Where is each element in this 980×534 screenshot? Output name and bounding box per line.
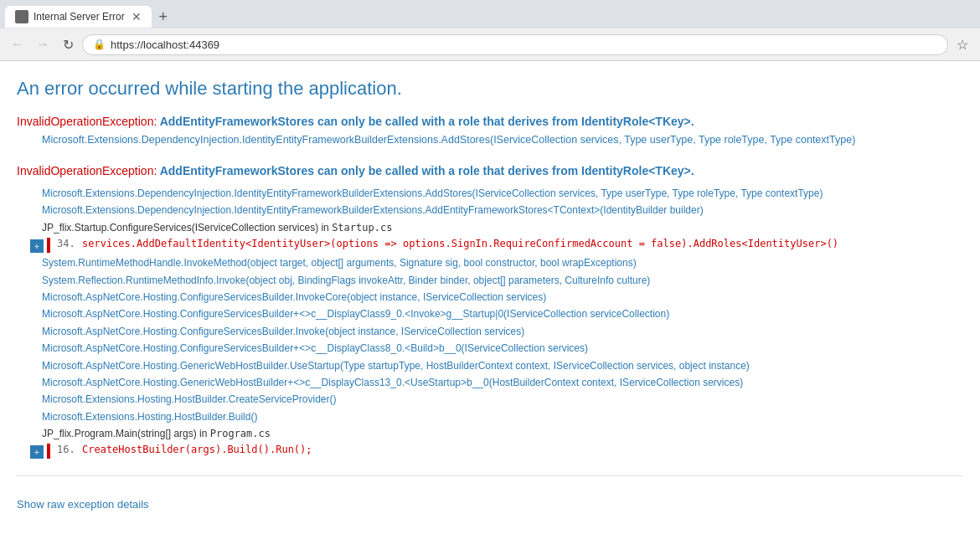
error-title-1: InvalidOperationException: AddEntityFram… — [17, 113, 963, 131]
exception-msg-1: AddEntityFrameworkStores can only be cal… — [157, 115, 694, 128]
main-heading: An error occurred while starting the app… — [17, 78, 963, 100]
bottom-bar: Show raw exception details — [17, 475, 963, 517]
address-bar[interactable]: 🔒 https://localhost:44369 — [82, 34, 948, 55]
code-block-line-34: + 34. services.AddDefaultIdentity<Identi… — [17, 238, 963, 253]
code-block-line-16: + 16. CreateHostBuilder(args).Build().Ru… — [17, 444, 963, 459]
tab-close-button[interactable]: ✕ — [125, 10, 142, 23]
stack-line-2-11: Microsoft.AspNetCore.Hosting.GenericWebH… — [17, 374, 963, 391]
show-raw-link[interactable]: Show raw exception details — [17, 491, 149, 517]
stack-line-2-5: System.Reflection.RuntimeMethodInfo.Invo… — [17, 272, 963, 289]
code-content-34: services.AddDefaultIdentity<IdentityUser… — [82, 238, 838, 249]
code-bar-16 — [47, 444, 50, 459]
stack-line-2-3: JP_flix.Startup.ConfigureServices(IServi… — [17, 219, 963, 236]
stack-line-2-6: Microsoft.AspNetCore.Hosting.ConfigureSe… — [17, 289, 963, 306]
reload-button[interactable]: ↻ — [57, 33, 79, 55]
browser-chrome: Internal Server Error ✕ + ← → ↻ 🔒 https:… — [0, 0, 980, 61]
error-block-1: InvalidOperationException: AddEntityFram… — [17, 113, 963, 146]
expand-button-34[interactable]: + — [30, 239, 44, 253]
tab-icon — [15, 10, 28, 23]
stack-trace-2: Microsoft.Extensions.DependencyInjection… — [17, 185, 963, 459]
stack-line-2-1: Microsoft.Extensions.DependencyInjection… — [17, 185, 963, 202]
error-subtitle-1: Microsoft.Extensions.DependencyInjection… — [42, 134, 963, 146]
code-bar-34 — [47, 238, 50, 253]
back-button[interactable]: ← — [7, 33, 28, 55]
stack-line-2-7: Microsoft.AspNetCore.Hosting.ConfigureSe… — [17, 306, 963, 322]
tab-label: Internal Server Error — [34, 11, 125, 23]
exception-type-1: InvalidOperationException: — [17, 115, 157, 128]
stack-line-2-14: JP_flix.Program.Main(string[] args) in P… — [17, 425, 963, 442]
tab-bar: Internal Server Error ✕ + — [0, 0, 980, 28]
forward-button[interactable]: → — [32, 33, 54, 55]
nav-bar: ← → ↻ 🔒 https://localhost:44369 ☆ — [0, 28, 980, 60]
lock-icon: 🔒 — [93, 39, 106, 50]
stack-line-2-10: Microsoft.AspNetCore.Hosting.GenericWebH… — [17, 357, 963, 374]
page-content: An error occurred while starting the app… — [0, 61, 980, 534]
line-num-34: 34. — [57, 238, 82, 249]
stack-line-2-8: Microsoft.AspNetCore.Hosting.ConfigureSe… — [17, 323, 963, 340]
stack-line-2-13: Microsoft.Extensions.Hosting.HostBuilder… — [17, 408, 963, 425]
error-title-2: InvalidOperationException: AddEntityFram… — [17, 162, 963, 180]
active-tab[interactable]: Internal Server Error ✕ — [5, 6, 152, 28]
expand-button-16[interactable]: + — [30, 445, 44, 459]
bookmark-button[interactable]: ☆ — [952, 33, 973, 55]
stack-line-2-9: Microsoft.AspNetCore.Hosting.ConfigureSe… — [17, 340, 963, 357]
stack-line-2-4: System.RuntimeMethodHandle.InvokeMethod(… — [17, 254, 963, 271]
exception-msg-2: AddEntityFrameworkStores can only be cal… — [157, 164, 694, 177]
new-tab-button[interactable]: + — [152, 5, 175, 28]
url-text: https://localhost:44369 — [111, 39, 937, 51]
stack-line-2-2: Microsoft.Extensions.DependencyInjection… — [17, 202, 963, 218]
stack-line-2-12: Microsoft.Extensions.Hosting.HostBuilder… — [17, 391, 963, 408]
code-content-16: CreateHostBuilder(args).Build().Run(); — [82, 444, 312, 455]
line-num-16: 16. — [57, 444, 82, 455]
error-block-2: InvalidOperationException: AddEntityFram… — [17, 162, 963, 459]
exception-type-2: InvalidOperationException: — [17, 164, 157, 177]
